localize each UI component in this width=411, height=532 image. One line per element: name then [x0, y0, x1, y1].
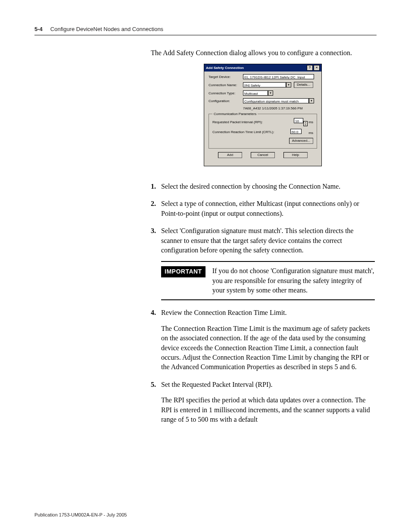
step-3-text: Select 'Configuration signature must mat… — [161, 226, 375, 255]
connection-name-select[interactable]: [IN] Safety — [243, 82, 286, 87]
target-device-field[interactable]: 01, 1791DS-IB12 12Pt Safety DC_Input — [243, 74, 314, 79]
step-5-text-a: Set the Requested Packet Interval (RPI). — [161, 380, 375, 389]
step-2-text: Select a type of connection, either Mult… — [161, 199, 375, 218]
rpi-unit: ms — [308, 120, 313, 124]
help-button[interactable]: Help — [283, 152, 308, 158]
step-4: Review the Connection Reaction Time Limi… — [151, 308, 375, 372]
step-4-text-a: Review the Connection Reaction Time Limi… — [161, 308, 375, 317]
step-2: Select a type of connection, either Mult… — [151, 199, 375, 218]
crtl-unit: ms — [308, 131, 313, 135]
dialog-titlebar: Add Safety Connection ? × — [204, 64, 321, 72]
help-icon[interactable]: ? — [307, 65, 313, 71]
close-icon[interactable]: × — [314, 65, 320, 71]
label-target-device: Target Device: — [209, 75, 243, 79]
label-connection-type: Connection Type: — [209, 91, 243, 96]
details-button[interactable]: Details... — [294, 82, 313, 88]
group-title: Communication Parameters — [212, 112, 258, 116]
step-5-text-b: The RPI specifies the period at which da… — [161, 395, 375, 424]
dialog-title: Add Safety Connection — [206, 65, 244, 70]
rpi-spinner[interactable]: ▲▼ — [303, 121, 308, 126]
add-safety-connection-dialog: Add Safety Connection ? × Target Device:… — [204, 64, 322, 166]
header-rule — [34, 35, 377, 35]
steps-list: Select the desired connection by choosin… — [151, 182, 375, 424]
running-header: 5-4 Configure DeviceNet Nodes and Connec… — [34, 26, 377, 32]
section-title: Configure DeviceNet Nodes and Connection… — [50, 26, 163, 32]
add-button[interactable]: Add — [218, 152, 242, 158]
step-3: Select 'Configuration signature must mat… — [151, 226, 375, 300]
rpi-input[interactable]: 10 — [294, 118, 303, 123]
chevron-down-icon[interactable]: ▼ — [286, 82, 291, 87]
connection-type-select[interactable]: Multicast — [243, 90, 268, 96]
configuration-select[interactable]: Configuration signature must match — [243, 98, 309, 103]
label-configuration: Configuration: — [209, 99, 243, 103]
cancel-button[interactable]: Cancel — [251, 152, 275, 158]
chevron-down-icon[interactable]: ▼ — [268, 90, 273, 96]
page-number: 5-4 — [34, 26, 43, 32]
chevron-down-icon[interactable]: ▼ — [309, 98, 314, 103]
crtl-input[interactable]: 60.0 — [290, 129, 302, 134]
configuration-signature-value: 7A68_A432 1/11/2005 1:37:19.566 PM — [243, 106, 302, 111]
step-1-text: Select the desired connection by choosin… — [161, 182, 375, 191]
publication-footer: Publication 1753-UM002A-EN-P - July 2005 — [34, 512, 127, 517]
step-1: Select the desired connection by choosin… — [151, 182, 375, 191]
step-4-text-b: The Connection Reaction Time Limit is th… — [161, 324, 375, 372]
communication-parameters-group: Communication Parameters Requested Packe… — [209, 114, 317, 149]
intro-paragraph: The Add Safety Connection dialog allows … — [151, 48, 375, 58]
important-badge: IMPORTANT — [161, 266, 206, 277]
advanced-button[interactable]: Advanced... — [289, 138, 313, 144]
label-connection-name: Connection Name: — [209, 83, 243, 87]
important-text: If you do not choose 'Configuration sign… — [212, 266, 375, 295]
label-crtl: Connection Reaction Time Limit (CRTL): — [212, 130, 274, 134]
label-rpi: Requested Packet Interval (RPI): — [212, 120, 263, 124]
step-5: Set the Requested Packet Interval (RPI).… — [151, 380, 375, 425]
important-callout: IMPORTANT If you do not choose 'Configur… — [161, 261, 375, 300]
